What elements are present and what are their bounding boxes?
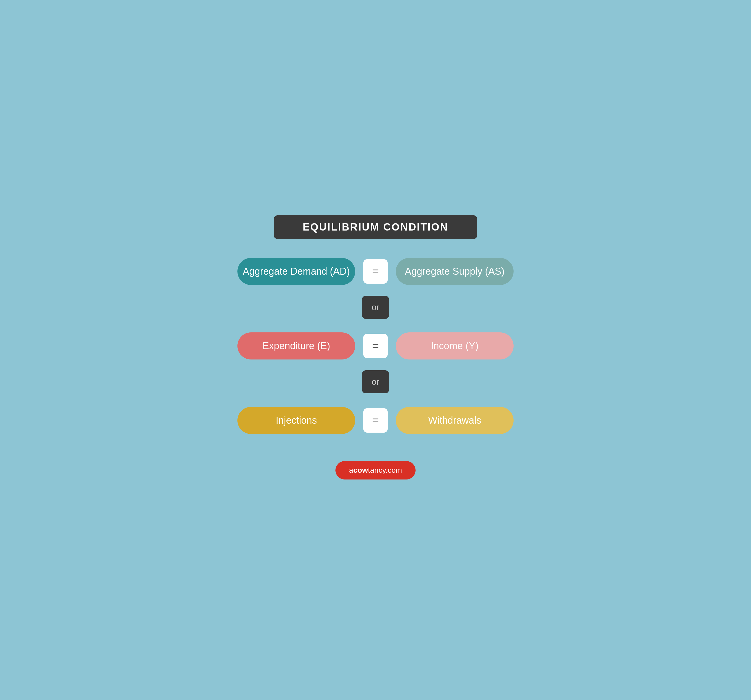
title-bar: EQUILIBRIUM CONDITION bbox=[274, 215, 477, 239]
equation-row-3: Injections = Withdrawals bbox=[238, 407, 513, 434]
pill-withdrawals: Withdrawals bbox=[396, 407, 513, 434]
equation-row-2: Expenditure (E) = Income (Y) bbox=[238, 332, 513, 359]
branding-badge[interactable]: acowtancy.com bbox=[335, 461, 416, 480]
equals-box-2: = bbox=[363, 334, 388, 358]
equation-row-1: Aggregate Demand (AD) = Aggregate Supply… bbox=[238, 258, 513, 285]
title-text: EQUILIBRIUM CONDITION bbox=[303, 221, 448, 233]
pill-aggregate-demand: Aggregate Demand (AD) bbox=[238, 258, 355, 285]
pill-aggregate-supply: Aggregate Supply (AS) bbox=[396, 258, 513, 285]
or-connector-2: or bbox=[238, 370, 513, 393]
or-box-1: or bbox=[362, 296, 389, 319]
branding-prefix: a bbox=[349, 466, 353, 474]
equals-box-3: = bbox=[363, 408, 388, 433]
branding-suffix: tancy.com bbox=[368, 466, 402, 474]
pill-expenditure: Expenditure (E) bbox=[238, 332, 355, 359]
branding-bold: cow bbox=[353, 466, 368, 474]
or-connector-1: or bbox=[238, 296, 513, 319]
main-container: EQUILIBRIUM CONDITION Aggregate Demand (… bbox=[227, 199, 524, 501]
equals-box-1: = bbox=[363, 259, 388, 283]
pill-income: Income (Y) bbox=[396, 332, 513, 359]
pill-injections: Injections bbox=[238, 407, 355, 434]
or-box-2: or bbox=[362, 370, 389, 393]
branding-text: acowtancy.com bbox=[349, 466, 402, 475]
